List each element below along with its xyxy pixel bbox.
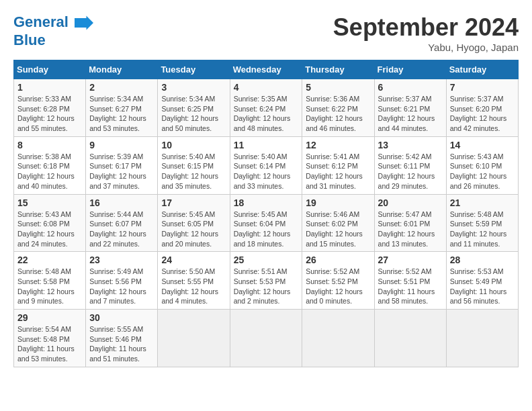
day-info: Sunrise: 5:50 AM Sunset: 5:55 PM Dayligh… bbox=[161, 267, 226, 306]
day-number: 14 bbox=[450, 140, 515, 150]
calendar-cell: 20Sunrise: 5:47 AM Sunset: 6:01 PM Dayli… bbox=[374, 194, 446, 252]
calendar-cell: 17Sunrise: 5:45 AM Sunset: 6:05 PM Dayli… bbox=[158, 194, 230, 252]
day-info: Sunrise: 5:37 AM Sunset: 6:20 PM Dayligh… bbox=[450, 94, 515, 134]
day-info: Sunrise: 5:47 AM Sunset: 6:01 PM Dayligh… bbox=[378, 210, 443, 249]
day-number: 10 bbox=[161, 140, 226, 150]
day-info: Sunrise: 5:33 AM Sunset: 6:28 PM Dayligh… bbox=[17, 94, 82, 134]
day-number: 29 bbox=[17, 312, 82, 323]
day-number: 4 bbox=[234, 82, 299, 93]
calendar-cell bbox=[446, 310, 518, 367]
weekday-header-thursday: Thursday bbox=[302, 60, 374, 79]
calendar-week-1: 8Sunrise: 5:38 AM Sunset: 6:18 PM Daylig… bbox=[14, 136, 519, 194]
day-number: 18 bbox=[234, 197, 299, 208]
calendar-cell: 4Sunrise: 5:35 AM Sunset: 6:24 PM Daylig… bbox=[230, 79, 302, 137]
day-info: Sunrise: 5:37 AM Sunset: 6:21 PM Dayligh… bbox=[378, 94, 443, 134]
calendar-cell: 25Sunrise: 5:51 AM Sunset: 5:53 PM Dayli… bbox=[230, 252, 302, 310]
day-number: 15 bbox=[17, 197, 82, 208]
weekday-header-row: SundayMondayTuesdayWednesdayThursdayFrid… bbox=[14, 60, 519, 79]
calendar-body: 1Sunrise: 5:33 AM Sunset: 6:28 PM Daylig… bbox=[14, 79, 519, 367]
calendar-cell: 16Sunrise: 5:44 AM Sunset: 6:07 PM Dayli… bbox=[86, 194, 158, 252]
day-number: 5 bbox=[306, 82, 370, 93]
day-info: Sunrise: 5:43 AM Sunset: 6:08 PM Dayligh… bbox=[17, 210, 82, 249]
day-number: 7 bbox=[450, 82, 515, 93]
day-info: Sunrise: 5:36 AM Sunset: 6:22 PM Dayligh… bbox=[306, 94, 370, 134]
day-info: Sunrise: 5:40 AM Sunset: 6:15 PM Dayligh… bbox=[161, 152, 226, 191]
calendar-cell bbox=[230, 310, 302, 367]
day-number: 12 bbox=[306, 140, 370, 150]
calendar-week-2: 15Sunrise: 5:43 AM Sunset: 6:08 PM Dayli… bbox=[14, 194, 519, 252]
day-info: Sunrise: 5:45 AM Sunset: 6:04 PM Dayligh… bbox=[234, 210, 299, 249]
day-info: Sunrise: 5:43 AM Sunset: 6:10 PM Dayligh… bbox=[450, 152, 515, 191]
day-info: Sunrise: 5:49 AM Sunset: 5:56 PM Dayligh… bbox=[89, 267, 154, 306]
day-info: Sunrise: 5:53 AM Sunset: 5:49 PM Dayligh… bbox=[450, 267, 515, 306]
calendar-week-3: 22Sunrise: 5:48 AM Sunset: 5:58 PM Dayli… bbox=[14, 252, 519, 310]
day-info: Sunrise: 5:45 AM Sunset: 6:05 PM Dayligh… bbox=[161, 210, 226, 249]
weekday-header-wednesday: Wednesday bbox=[230, 60, 302, 79]
day-info: Sunrise: 5:34 AM Sunset: 6:25 PM Dayligh… bbox=[161, 94, 226, 134]
day-number: 2 bbox=[89, 82, 154, 93]
calendar-cell: 9Sunrise: 5:39 AM Sunset: 6:17 PM Daylig… bbox=[86, 136, 158, 194]
calendar-cell: 26Sunrise: 5:52 AM Sunset: 5:52 PM Dayli… bbox=[302, 252, 374, 310]
title-block: September 2024 Yabu, Hyogo, Japan bbox=[333, 13, 519, 53]
calendar-cell: 19Sunrise: 5:46 AM Sunset: 6:02 PM Dayli… bbox=[302, 194, 374, 252]
calendar-header: SundayMondayTuesdayWednesdayThursdayFrid… bbox=[14, 60, 519, 79]
calendar-cell: 11Sunrise: 5:40 AM Sunset: 6:14 PM Dayli… bbox=[230, 136, 302, 194]
svg-marker-0 bbox=[75, 16, 93, 30]
calendar-cell bbox=[158, 310, 230, 367]
day-info: Sunrise: 5:35 AM Sunset: 6:24 PM Dayligh… bbox=[234, 94, 299, 134]
day-number: 30 bbox=[89, 312, 154, 323]
weekday-header-friday: Friday bbox=[374, 60, 446, 79]
calendar-cell: 27Sunrise: 5:52 AM Sunset: 5:51 PM Dayli… bbox=[374, 252, 446, 310]
day-info: Sunrise: 5:54 AM Sunset: 5:48 PM Dayligh… bbox=[17, 324, 82, 364]
day-info: Sunrise: 5:41 AM Sunset: 6:12 PM Dayligh… bbox=[306, 152, 370, 191]
calendar-cell bbox=[374, 310, 446, 367]
day-number: 16 bbox=[89, 197, 154, 208]
day-number: 21 bbox=[450, 197, 515, 208]
calendar-cell: 8Sunrise: 5:38 AM Sunset: 6:18 PM Daylig… bbox=[14, 136, 86, 194]
day-number: 11 bbox=[234, 140, 299, 150]
calendar-cell: 2Sunrise: 5:34 AM Sunset: 6:27 PM Daylig… bbox=[86, 79, 158, 137]
day-number: 19 bbox=[306, 197, 370, 208]
day-number: 25 bbox=[234, 255, 299, 265]
day-info: Sunrise: 5:52 AM Sunset: 5:51 PM Dayligh… bbox=[378, 267, 443, 306]
calendar-table: SundayMondayTuesdayWednesdayThursdayFrid… bbox=[13, 60, 519, 367]
calendar-cell: 5Sunrise: 5:36 AM Sunset: 6:22 PM Daylig… bbox=[302, 79, 374, 137]
calendar-cell: 13Sunrise: 5:42 AM Sunset: 6:11 PM Dayli… bbox=[374, 136, 446, 194]
calendar-cell: 14Sunrise: 5:43 AM Sunset: 6:10 PM Dayli… bbox=[446, 136, 518, 194]
calendar-cell: 29Sunrise: 5:54 AM Sunset: 5:48 PM Dayli… bbox=[14, 310, 86, 367]
page-header: General Blue September 2024 Yabu, Hyogo,… bbox=[13, 13, 519, 53]
day-info: Sunrise: 5:48 AM Sunset: 5:58 PM Dayligh… bbox=[17, 267, 82, 306]
day-number: 6 bbox=[378, 82, 443, 93]
day-number: 13 bbox=[378, 140, 443, 150]
day-info: Sunrise: 5:39 AM Sunset: 6:17 PM Dayligh… bbox=[89, 152, 154, 191]
calendar-cell: 28Sunrise: 5:53 AM Sunset: 5:49 PM Dayli… bbox=[446, 252, 518, 310]
month-title: September 2024 bbox=[333, 13, 519, 42]
day-number: 9 bbox=[89, 140, 154, 150]
day-number: 26 bbox=[306, 255, 370, 265]
weekday-header-sunday: Sunday bbox=[14, 60, 86, 79]
calendar-cell: 23Sunrise: 5:49 AM Sunset: 5:56 PM Dayli… bbox=[86, 252, 158, 310]
calendar-cell: 18Sunrise: 5:45 AM Sunset: 6:04 PM Dayli… bbox=[230, 194, 302, 252]
calendar-cell: 24Sunrise: 5:50 AM Sunset: 5:55 PM Dayli… bbox=[158, 252, 230, 310]
logo-icon bbox=[75, 13, 93, 32]
calendar-cell: 3Sunrise: 5:34 AM Sunset: 6:25 PM Daylig… bbox=[158, 79, 230, 137]
logo-text: General bbox=[13, 13, 93, 32]
day-number: 1 bbox=[17, 82, 82, 93]
calendar-cell: 21Sunrise: 5:48 AM Sunset: 5:59 PM Dayli… bbox=[446, 194, 518, 252]
location: Yabu, Hyogo, Japan bbox=[333, 42, 519, 53]
calendar-week-4: 29Sunrise: 5:54 AM Sunset: 5:48 PM Dayli… bbox=[14, 310, 519, 367]
calendar-cell: 10Sunrise: 5:40 AM Sunset: 6:15 PM Dayli… bbox=[158, 136, 230, 194]
day-number: 28 bbox=[450, 255, 515, 265]
calendar-cell: 12Sunrise: 5:41 AM Sunset: 6:12 PM Dayli… bbox=[302, 136, 374, 194]
day-number: 8 bbox=[17, 140, 82, 150]
calendar-cell: 30Sunrise: 5:55 AM Sunset: 5:46 PM Dayli… bbox=[86, 310, 158, 367]
day-info: Sunrise: 5:44 AM Sunset: 6:07 PM Dayligh… bbox=[89, 210, 154, 249]
day-info: Sunrise: 5:52 AM Sunset: 5:52 PM Dayligh… bbox=[306, 267, 370, 306]
day-number: 23 bbox=[89, 255, 154, 265]
day-number: 17 bbox=[161, 197, 226, 208]
calendar-cell: 1Sunrise: 5:33 AM Sunset: 6:28 PM Daylig… bbox=[14, 79, 86, 137]
weekday-header-tuesday: Tuesday bbox=[158, 60, 230, 79]
day-info: Sunrise: 5:48 AM Sunset: 5:59 PM Dayligh… bbox=[450, 210, 515, 249]
calendar-cell bbox=[302, 310, 374, 367]
day-number: 22 bbox=[17, 255, 82, 265]
